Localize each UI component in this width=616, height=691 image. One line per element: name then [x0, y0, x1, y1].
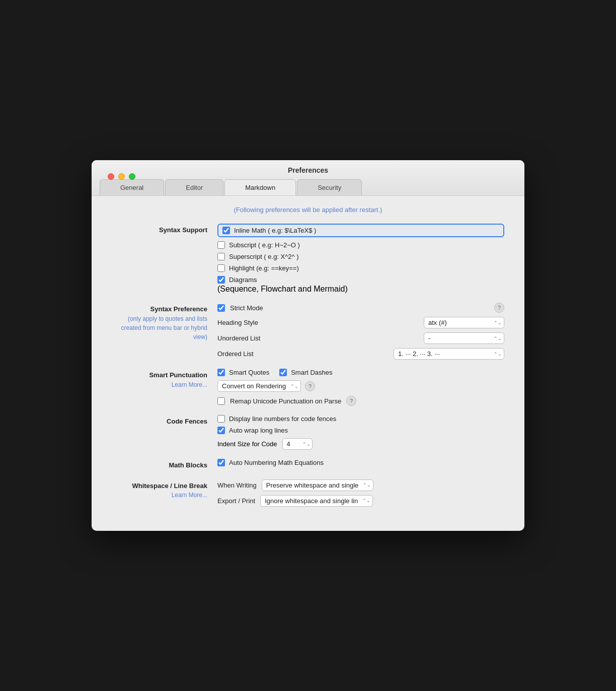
code-fences-section: Code Fences Display line numbers for cod…	[112, 415, 504, 450]
inline-math-checkbox[interactable]	[222, 227, 230, 234]
ordered-list-label: Ordered List	[217, 350, 254, 358]
smart-dashes-checkbox[interactable]	[279, 369, 287, 376]
auto-numbering-row: Auto Numbering Math Equations	[217, 459, 504, 466]
smart-dashes-label: Smart Dashes	[291, 369, 332, 376]
ordered-list-select-wrapper: 1. ··· 2. ··· 3. ···	[394, 348, 504, 360]
unordered-list-row: Unordered List - * +	[217, 332, 504, 344]
close-button[interactable]	[108, 173, 114, 180]
smart-quotes-row: Smart Quotes	[217, 369, 269, 376]
code-fences-content: Display line numbers for code fences Aut…	[217, 415, 504, 450]
auto-numbering-label: Auto Numbering Math Equations	[229, 459, 324, 466]
subscript-label: Subscript ( e.g: H~2~O )	[229, 241, 300, 249]
tab-markdown[interactable]: Markdown	[224, 179, 296, 195]
remap-unicode-row: Remap Unicode Punctuation on Parse ?	[217, 396, 504, 406]
whitespace-label: Whitespace / Line Break Learn More...	[112, 479, 217, 500]
math-blocks-label: Math Blocks	[112, 459, 217, 470]
when-writing-select[interactable]: Preserve whitespace and single Preserve …	[262, 479, 373, 491]
convert-rendering-select[interactable]: Convert on Rendering Convert on Input	[217, 380, 301, 392]
auto-wrap-row: Auto wrap long lines	[217, 427, 504, 434]
indent-size-label: Indent Size for Code	[217, 440, 277, 448]
maximize-button[interactable]	[129, 173, 135, 180]
strict-mode-row: Strict Mode ?	[217, 303, 504, 313]
strict-mode-help[interactable]: ?	[494, 303, 504, 313]
math-blocks-section: Math Blocks Auto Numbering Math Equation…	[112, 459, 504, 470]
window-title: Preferences	[288, 166, 328, 174]
preferences-window: Preferences General Editor Markdown Secu…	[92, 160, 524, 531]
title-bar: Preferences General Editor Markdown Secu…	[92, 160, 524, 196]
math-blocks-content: Auto Numbering Math Equations	[217, 459, 504, 466]
superscript-checkbox[interactable]	[217, 253, 225, 260]
auto-wrap-label: Auto wrap long lines	[229, 427, 288, 434]
unordered-list-select[interactable]: - * +	[424, 332, 504, 344]
convert-rendering-row: Convert on Rendering Convert on Input ?	[217, 380, 504, 392]
code-fences-label: Code Fences	[112, 415, 217, 427]
export-print-row: Export / Print Ignore whitespace and sin…	[217, 495, 504, 507]
smart-punctuation-section: Smart Punctuation Learn More... Smart Qu…	[112, 369, 504, 406]
highlight-checkbox[interactable]	[217, 264, 225, 272]
convert-rendering-help[interactable]: ?	[305, 381, 315, 391]
ordered-list-row: Ordered List 1. ··· 2. ··· 3. ···	[217, 348, 504, 360]
export-print-select[interactable]: Ignore whitespace and single lin Preserv…	[260, 495, 373, 507]
indent-size-select-wrapper: 2 4 8	[282, 438, 313, 450]
diagrams-checkbox[interactable]	[217, 276, 225, 284]
tab-bar: General Editor Markdown Security	[100, 179, 516, 195]
smart-dashes-row: Smart Dashes	[279, 369, 332, 376]
remap-unicode-help[interactable]: ?	[346, 396, 356, 406]
superscript-row: Superscript ( e.g: X^2^ )	[217, 253, 504, 260]
when-writing-select-wrapper: Preserve whitespace and single Preserve …	[262, 479, 373, 491]
convert-rendering-select-wrapper: Convert on Rendering Convert on Input	[217, 380, 301, 392]
export-print-label: Export / Print	[217, 497, 255, 505]
diagrams-group: Diagrams (Sequence, Flowchart and Mermai…	[217, 276, 504, 294]
diagrams-sublabel: (Sequence, Flowchart and Mermaid)	[217, 285, 504, 294]
syntax-preference-sublabel: (only apply to quotes and lists created …	[112, 314, 207, 341]
subscript-checkbox[interactable]	[217, 241, 225, 249]
unordered-list-select-wrapper: - * +	[424, 332, 504, 344]
window-controls	[108, 173, 135, 180]
ordered-list-select[interactable]: 1. ··· 2. ··· 3. ···	[394, 348, 504, 360]
heading-style-select[interactable]: atx (#) setext	[424, 317, 504, 328]
minimize-button[interactable]	[118, 173, 125, 180]
export-print-select-wrapper: Ignore whitespace and single lin Preserv…	[260, 495, 373, 507]
restart-notice: (Following preferences will be applied a…	[112, 206, 504, 214]
main-content: (Following preferences will be applied a…	[92, 196, 524, 531]
unordered-list-label: Unordered List	[217, 334, 260, 342]
syntax-preference-label: Syntax Preference (only apply to quotes …	[112, 303, 217, 341]
smart-punctuation-content: Smart Quotes Smart Dashes Convert on Ren…	[217, 369, 504, 406]
remap-unicode-label: Remap Unicode Punctuation on Parse	[230, 397, 341, 405]
display-line-numbers-label: Display line numbers for code fences	[229, 415, 336, 423]
whitespace-learn-more[interactable]: Learn More...	[112, 491, 207, 500]
tab-general[interactable]: General	[100, 179, 164, 195]
syntax-support-section: Syntax Support Inline Math ( e.g: $\LaTe…	[112, 224, 504, 294]
when-writing-label: When Writing	[217, 481, 257, 489]
strict-mode-label: Strict Mode	[230, 304, 263, 312]
smart-quotes-label: Smart Quotes	[229, 369, 269, 376]
tab-security[interactable]: Security	[297, 179, 362, 195]
tab-editor[interactable]: Editor	[165, 179, 223, 195]
smart-quotes-dashes-row: Smart Quotes Smart Dashes	[217, 369, 504, 376]
whitespace-section: Whitespace / Line Break Learn More... Wh…	[112, 479, 504, 507]
display-line-numbers-checkbox[interactable]	[217, 415, 225, 423]
highlight-label: Highlight (e.g: ==key==)	[229, 264, 299, 272]
heading-style-select-wrapper: atx (#) setext	[424, 317, 504, 328]
inline-math-label: Inline Math ( e.g: $\LaTeX$ )	[234, 227, 316, 234]
inline-math-row: Inline Math ( e.g: $\LaTeX$ )	[217, 224, 504, 237]
remap-unicode-checkbox[interactable]	[217, 397, 225, 405]
diagrams-row: Diagrams	[217, 276, 504, 284]
strict-mode-checkbox[interactable]	[217, 304, 225, 312]
diagrams-label: Diagrams	[229, 276, 257, 284]
syntax-preference-section: Syntax Preference (only apply to quotes …	[112, 303, 504, 360]
indent-size-row: Indent Size for Code 2 4 8	[217, 438, 504, 450]
superscript-label: Superscript ( e.g: X^2^ )	[229, 253, 299, 260]
syntax-support-content: Inline Math ( e.g: $\LaTeX$ ) Subscript …	[217, 224, 504, 294]
whitespace-content: When Writing Preserve whitespace and sin…	[217, 479, 504, 507]
syntax-support-label: Syntax Support	[112, 224, 217, 235]
when-writing-row: When Writing Preserve whitespace and sin…	[217, 479, 504, 491]
smart-quotes-checkbox[interactable]	[217, 369, 225, 376]
highlight-row: Highlight (e.g: ==key==)	[217, 264, 504, 272]
indent-size-select[interactable]: 2 4 8	[282, 438, 313, 450]
display-line-numbers-row: Display line numbers for code fences	[217, 415, 504, 423]
auto-wrap-checkbox[interactable]	[217, 427, 225, 434]
heading-style-row: Heading Style atx (#) setext	[217, 317, 504, 328]
auto-numbering-checkbox[interactable]	[217, 459, 225, 466]
smart-punctuation-learn-more[interactable]: Learn More...	[112, 380, 207, 389]
